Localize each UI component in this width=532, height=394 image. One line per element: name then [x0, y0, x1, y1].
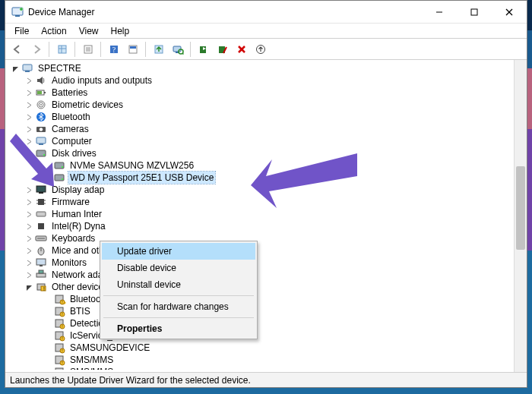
chevron-right-icon[interactable]: [24, 234, 33, 243]
chevron-right-icon[interactable]: [24, 125, 33, 134]
chevron-right-icon[interactable]: [24, 222, 33, 231]
device-tree[interactable]: SPECTRE Audio inputs and outputs Batteri…: [7, 61, 513, 370]
chevron-right-icon[interactable]: [24, 88, 33, 97]
window-title: Device Manager: [28, 7, 94, 17]
disk-icon: [53, 172, 65, 184]
ctx-separator: [103, 317, 254, 318]
tree-device-detection[interactable]: ! Detection Verification: [8, 317, 512, 329]
vertical-scrollbar[interactable]: [514, 60, 527, 372]
unknown-device-icon: !: [53, 305, 65, 317]
computer-icon: [21, 62, 33, 74]
ctx-uninstall-device[interactable]: Uninstall device: [102, 276, 255, 293]
action-button[interactable]: [124, 41, 141, 58]
svg-rect-28: [23, 65, 32, 71]
eject-button[interactable]: [252, 41, 269, 58]
chevron-down-icon[interactable]: [24, 149, 33, 158]
computer-icon: [35, 135, 47, 147]
tree-device-samsungdev[interactable]: ! SAMSUNGDEVICE: [8, 342, 512, 354]
network-icon: [35, 269, 47, 281]
chevron-right-icon[interactable]: [24, 210, 33, 219]
update-driver-button[interactable]: [150, 41, 167, 58]
scan-hardware-button[interactable]: [169, 41, 186, 58]
tree-category-biometric[interactable]: Biometric devices: [8, 99, 512, 111]
svg-rect-49: [38, 199, 44, 205]
close-button[interactable]: [492, 1, 527, 24]
svg-text:!: !: [62, 312, 62, 317]
properties-button[interactable]: [79, 41, 97, 58]
chevron-right-icon[interactable]: [24, 258, 33, 267]
tree-category-keyboards[interactable]: Keyboards: [8, 232, 512, 244]
maximize-button[interactable]: [457, 1, 492, 24]
ctx-update-driver[interactable]: Update driver: [102, 243, 255, 260]
tree-label: Display adap: [50, 184, 106, 196]
svg-rect-1: [15, 15, 20, 17]
tree-category-hid[interactable]: Human Inter: [8, 208, 512, 220]
show-all-button[interactable]: [53, 41, 71, 58]
tree-label: SAMSUNGDEVICE: [68, 342, 151, 354]
tree-category-computer[interactable]: Computer: [8, 135, 512, 147]
tree-device-icservice[interactable]: ! IcService_New: [8, 329, 512, 342]
svg-rect-29: [25, 71, 30, 72]
menu-help[interactable]: Help: [105, 24, 136, 38]
menu-view[interactable]: View: [73, 24, 105, 38]
enable-device-button[interactable]: [195, 41, 212, 58]
tree-device-nvme[interactable]: NVMe SAMSUNG MZVLW256: [8, 159, 512, 172]
ctx-disable-device[interactable]: Disable device: [102, 260, 255, 276]
tree-category-other[interactable]: ! Other devices: [8, 281, 512, 293]
tree-category-cameras[interactable]: Cameras: [8, 123, 512, 135]
disable-device-button[interactable]: [214, 41, 231, 58]
ctx-scan-hardware[interactable]: Scan for hardware changes: [102, 298, 255, 315]
svg-rect-60: [36, 259, 46, 265]
chevron-right-icon[interactable]: [24, 246, 33, 255]
chevron-right-icon[interactable]: [24, 197, 33, 206]
svg-text:!: !: [62, 324, 62, 329]
tree-device-wd-passport[interactable]: WD My Passport 25E1 USB Device: [8, 172, 512, 184]
tree-device-smsmms2[interactable]: ! SMS/MMS: [8, 366, 512, 370]
chevron-down-icon[interactable]: [24, 282, 33, 292]
chevron-right-icon[interactable]: [24, 112, 33, 121]
tree-category-network[interactable]: Network adapters: [8, 269, 512, 281]
chevron-right-icon[interactable]: [24, 270, 33, 279]
svg-text:!: !: [62, 348, 62, 353]
svg-rect-47: [36, 186, 46, 192]
chevron-right-icon[interactable]: [24, 185, 33, 194]
menu-file[interactable]: File: [8, 24, 35, 38]
menu-action[interactable]: Action: [35, 24, 72, 38]
svg-rect-19: [173, 46, 181, 52]
chevron-right-icon[interactable]: [24, 100, 33, 109]
tree-category-mice[interactable]: Mice and otl: [8, 244, 512, 257]
tree-device-btis[interactable]: ! BTIS: [8, 305, 512, 317]
tree-label: Cameras: [50, 123, 90, 135]
tree-category-monitors[interactable]: Monitors: [8, 257, 512, 269]
tree-category-bluetooth[interactable]: Bluetooth: [8, 111, 512, 123]
minimize-button[interactable]: [422, 1, 457, 24]
scrollbar-thumb[interactable]: [516, 166, 525, 250]
svg-rect-61: [40, 265, 43, 266]
tree-root[interactable]: SPECTRE: [8, 62, 512, 74]
svg-rect-63: [39, 270, 43, 273]
camera-icon: [35, 123, 47, 135]
tree-category-batteries[interactable]: Batteries: [8, 87, 512, 99]
tree-category-firmware[interactable]: Firmware: [8, 196, 512, 208]
tree-device-smsmms1[interactable]: ! SMS/MMS: [8, 354, 512, 366]
help-button[interactable]: ?: [105, 41, 122, 58]
svg-text:!: !: [62, 300, 62, 304]
tree-category-intel[interactable]: Intel(R) Dyna: [8, 220, 512, 232]
ctx-properties[interactable]: Properties: [102, 320, 255, 337]
fingerprint-icon: [35, 99, 47, 111]
chevron-right-icon[interactable]: [24, 137, 33, 146]
tree-label: Audio inputs and outputs: [50, 74, 154, 87]
forward-button[interactable]: [27, 41, 45, 58]
unknown-device-icon: !: [53, 354, 65, 366]
back-button[interactable]: [8, 41, 26, 58]
tree-device-bt-peripheral[interactable]: ! Bluetooth Peripheral Device: [8, 293, 512, 305]
tree-category-display[interactable]: Display adap: [8, 184, 512, 196]
tree-category-disk-drives[interactable]: Disk drives: [8, 147, 512, 159]
svg-rect-31: [44, 92, 46, 93]
tree-category-audio[interactable]: Audio inputs and outputs: [8, 74, 512, 87]
ctx-separator: [103, 295, 254, 296]
uninstall-device-button[interactable]: [233, 41, 250, 58]
chevron-down-icon[interactable]: [11, 64, 20, 73]
tree-label: Computer: [50, 135, 93, 147]
chevron-right-icon[interactable]: [24, 76, 33, 85]
